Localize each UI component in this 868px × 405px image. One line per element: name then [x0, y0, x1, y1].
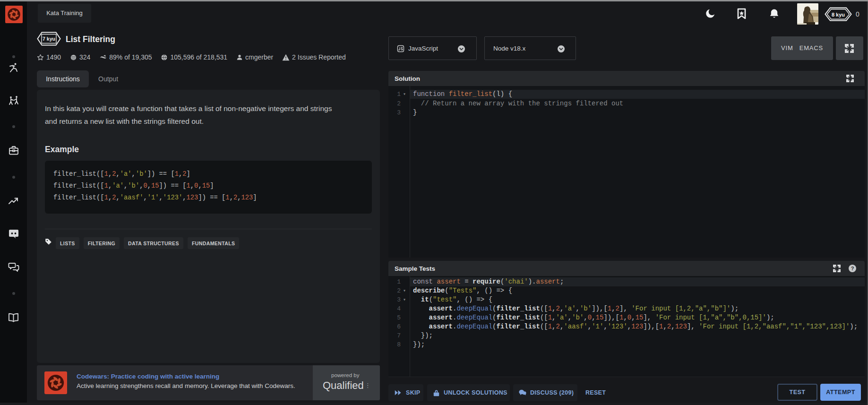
svg-text:7 kyu: 7 kyu: [43, 36, 55, 42]
svg-text:?: ?: [851, 266, 854, 271]
svg-text:8 kyu: 8 kyu: [832, 12, 845, 17]
